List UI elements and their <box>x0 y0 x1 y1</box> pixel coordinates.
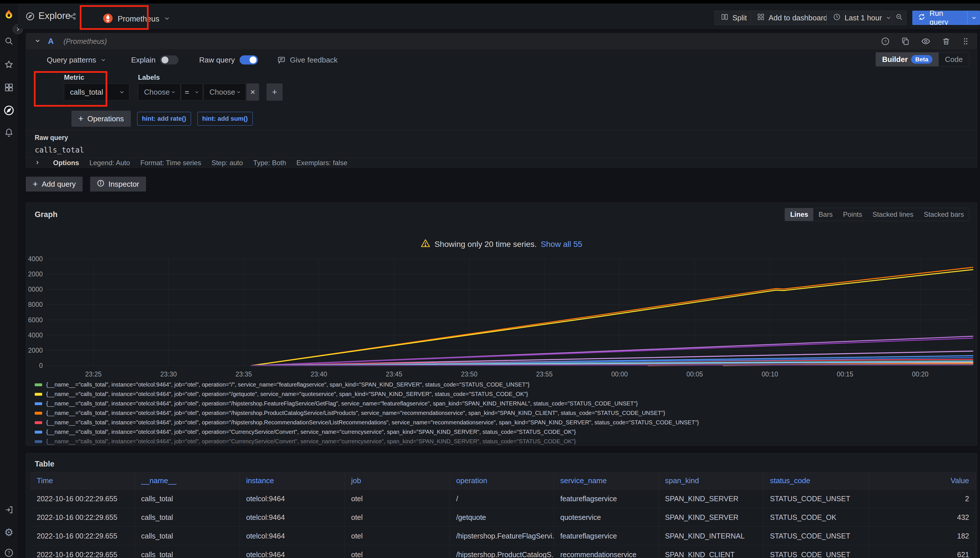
svg-text:23:35: 23:35 <box>235 371 252 378</box>
remove-label-filter-button[interactable]: × <box>247 84 259 101</box>
explain-toggle[interactable] <box>160 55 178 64</box>
query-options-row[interactable]: Options Legend: Auto Format: Time series… <box>26 158 977 168</box>
time-series-chart[interactable]: 23:2523:3023:3523:4023:4523:5023:5500:00… <box>28 255 977 380</box>
svg-text:00:15: 00:15 <box>837 371 853 378</box>
mode-points[interactable]: Points <box>838 208 867 221</box>
run-query-dropdown[interactable] <box>967 11 980 25</box>
metric-select[interactable]: calls_total <box>64 84 129 101</box>
cell-value: 621 <box>869 545 976 558</box>
add-to-dashboard-button[interactable]: Add to dashboard <box>750 11 834 25</box>
query-patterns-dropdown[interactable]: Query patterns <box>47 56 96 64</box>
help-circle-icon[interactable]: ? <box>881 37 890 46</box>
cell-instance: otelcol:9464 <box>240 545 345 558</box>
zoom-out-button[interactable] <box>892 11 906 25</box>
datasource-picker[interactable]: Prometheus <box>103 10 170 28</box>
add-label-filter-button[interactable]: + <box>266 84 283 101</box>
browser-top-strip <box>0 0 980 3</box>
star-icon[interactable] <box>4 60 13 70</box>
collapse-chevron-icon[interactable] <box>35 38 41 45</box>
trash-icon[interactable] <box>942 37 950 46</box>
raw-query-toggle[interactable] <box>240 55 258 64</box>
cell-service-name: quoteservice <box>554 508 659 527</box>
column-header-service-name[interactable]: service_name <box>554 472 659 489</box>
query-row-header[interactable]: A (Prometheus) ? <box>26 33 977 49</box>
cell-status-code: STATUS_CODE_OK <box>764 508 869 527</box>
builder-label: Builder <box>882 55 908 64</box>
query-editor-panel: A (Prometheus) ? Query patterns Explain … <box>26 33 977 168</box>
column-header-time[interactable]: Time <box>30 472 135 489</box>
inspector-button[interactable]: Inspector <box>90 177 146 192</box>
cell-operation: /hipstershop.FeatureFlagServi... <box>450 527 554 545</box>
time-range-picker[interactable]: Last 1 hour <box>827 11 898 25</box>
plus-icon: + <box>272 87 277 97</box>
svg-text:23:30: 23:30 <box>160 371 177 378</box>
time-range-label: Last 1 hour <box>845 13 882 22</box>
label-value-select[interactable]: Choose <box>204 84 246 101</box>
svg-text:0: 0 <box>39 362 43 369</box>
copy-icon[interactable] <box>901 37 910 46</box>
hint-add-rate-button[interactable]: hint: add rate() <box>137 112 191 126</box>
explore-compass-icon[interactable] <box>3 105 14 117</box>
svg-text:?: ? <box>8 551 10 555</box>
raw-query-label: Raw query <box>199 56 235 64</box>
column-header-name[interactable]: __name__ <box>135 472 240 489</box>
run-query-button[interactable]: Run query <box>912 11 980 25</box>
column-header-job[interactable]: job <box>345 472 450 489</box>
cell-time: 2022-10-16 00:22:29.655 <box>30 508 135 527</box>
legend-item-clipped[interactable]: {__name__="calls_total", instance="otelc… <box>35 437 973 446</box>
legend-label: {__name__="calls_total", instance="otelc… <box>46 391 528 397</box>
sign-in-icon[interactable] <box>4 505 13 515</box>
legend-item[interactable]: {__name__="calls_total", instance="otelc… <box>35 399 973 408</box>
label-key-select[interactable]: Choose <box>138 84 181 101</box>
chevron-down-icon <box>164 15 170 22</box>
help-icon[interactable]: ? <box>4 548 13 558</box>
results-table: Time __name__ instance job operation ser… <box>30 472 976 558</box>
alerting-bell-icon[interactable] <box>4 128 13 138</box>
cell-span-kind: SPAN_KIND_SERVER <box>659 489 764 508</box>
column-header-operation[interactable]: operation <box>450 472 554 489</box>
remove-icon: × <box>250 87 255 97</box>
split-button[interactable]: Split <box>714 11 754 25</box>
legend-item[interactable]: {__name__="calls_total", instance="otelc… <box>35 427 973 437</box>
label-operator-select[interactable]: = <box>181 84 203 101</box>
legend-item[interactable]: {__name__="calls_total", instance="otelc… <box>35 418 973 427</box>
mode-bars[interactable]: Bars <box>813 208 838 221</box>
svg-text:23:45: 23:45 <box>386 371 403 378</box>
raw-query-title: Raw query <box>35 134 977 142</box>
legend-item[interactable]: {__name__="calls_total", instance="otelc… <box>35 408 973 418</box>
mode-lines[interactable]: Lines <box>785 208 813 221</box>
run-sync-icon <box>918 13 926 23</box>
cell-value: 2 <box>869 489 976 508</box>
metric-value: calls_total <box>70 88 103 97</box>
operations-button[interactable]: + Operations <box>71 111 131 127</box>
dashboards-icon[interactable] <box>4 83 13 93</box>
svg-text:2000: 2000 <box>28 347 43 354</box>
column-header-span-kind[interactable]: span_kind <box>659 472 764 489</box>
code-mode-tab[interactable]: Code <box>939 53 969 66</box>
grafana-logo[interactable] <box>3 8 15 23</box>
legend-item[interactable]: {__name__="calls_total", instance="otelc… <box>35 389 973 399</box>
settings-gear-icon[interactable]: ⚙ <box>4 527 13 538</box>
mode-stacked-bars[interactable]: Stacked bars <box>919 208 969 221</box>
share-icon[interactable] <box>69 13 76 20</box>
hint-add-sum-button[interactable]: hint: add sum() <box>197 112 253 126</box>
options-chevron-icon <box>35 159 40 167</box>
drag-handle-icon[interactable] <box>962 37 969 46</box>
eye-icon[interactable] <box>921 37 931 46</box>
cell-status-code: STATUS_CODE_UNSET <box>764 545 869 558</box>
column-header-status-code[interactable]: status_code <box>764 472 869 489</box>
column-header-value[interactable]: Value <box>869 472 976 489</box>
cell-job: otel <box>345 489 450 508</box>
mode-stacked-lines[interactable]: Stacked lines <box>867 208 919 221</box>
search-icon[interactable] <box>4 36 13 47</box>
table-panel: Table Time __name__ instance job operati… <box>26 453 977 558</box>
cell-name: calls_total <box>135 527 240 545</box>
give-feedback-link[interactable]: Give feedback <box>290 56 338 64</box>
svg-text:6000: 6000 <box>28 316 43 324</box>
column-header-instance[interactable]: instance <box>240 472 345 489</box>
builder-mode-tab[interactable]: Builder Beta <box>876 53 939 66</box>
show-all-series-link[interactable]: Show all 55 <box>541 240 582 249</box>
legend-item[interactable]: {__name__="calls_total", instance="otelc… <box>35 380 973 389</box>
add-query-button[interactable]: + Add query <box>26 177 82 192</box>
series-color-swatch <box>35 440 42 443</box>
